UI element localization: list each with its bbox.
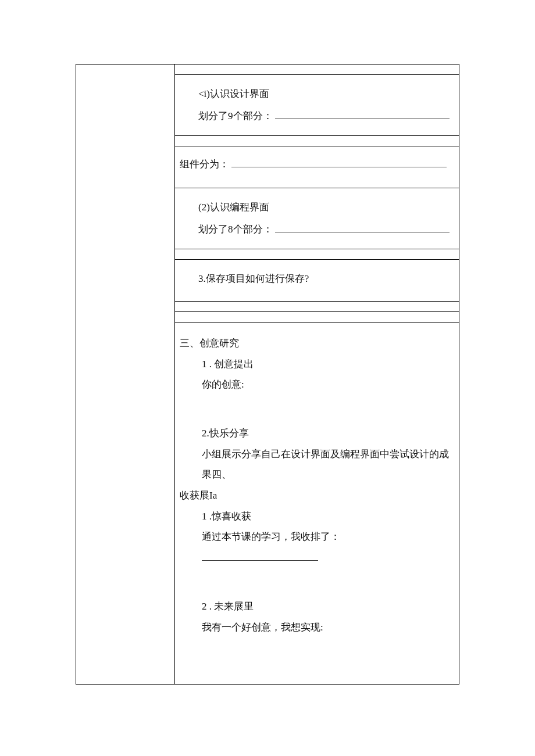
- gap-3c: [180, 665, 452, 679]
- text-coding-interface-title: (2)认识编程界面: [198, 198, 450, 217]
- row-components: 组件分为：: [175, 146, 459, 188]
- worksheet-table: <i)认识设计界面 划分了9个部分： 组件分为： (2)认识编程界面 划分了8个…: [76, 64, 459, 685]
- row-blank-2: [175, 136, 459, 146]
- body-future-idea: 我有一个好创意，我想实现:: [180, 617, 452, 638]
- blank-line-2[interactable]: [231, 156, 447, 167]
- heading-section-3: 三、创意研究: [180, 333, 452, 354]
- body-group-share: 小组展示分享自己在设计界面及编程界面中尝试设计的成果四、: [180, 444, 452, 485]
- title-4-future: 2 . 未来展里: [180, 596, 452, 617]
- blank-line-1[interactable]: [275, 108, 450, 119]
- text-components: 组件分为：: [180, 152, 450, 182]
- title-1-idea: 1 . 创意提出: [180, 354, 452, 375]
- blank-line-4[interactable]: [202, 549, 318, 561]
- row-blank-1: [175, 65, 459, 75]
- row-blank-3: [175, 249, 459, 259]
- section-3-content: 三、创意研究 1 . 创意提出 你的创意: 2.快乐分享 小组展示分享自己在设计…: [175, 323, 459, 684]
- gap-1: [180, 395, 452, 409]
- text-design-parts: 划分了9个部分：: [198, 106, 450, 126]
- label-learned: 通过本节课的学习，我收排了：: [202, 531, 340, 542]
- body-your-idea: 你的创意:: [180, 374, 452, 395]
- row-coding-interface: (2)认识编程界面 划分了8个部分：: [175, 188, 459, 249]
- gap-1b: [180, 409, 452, 423]
- gap-2: [180, 568, 452, 582]
- label-components: 组件分为：: [180, 159, 229, 170]
- title-2-share: 2.快乐分享: [180, 423, 452, 444]
- row-save-project: 3.保存项目如何进行保存?: [175, 259, 459, 301]
- gap-3: [180, 637, 452, 651]
- gap-2b: [180, 582, 452, 596]
- label-8-parts: 划分了8个部分：: [198, 224, 273, 235]
- label-9-parts: 划分了9个部分：: [198, 110, 273, 121]
- left-column-empty: [76, 65, 175, 685]
- row-section-3: 三、创意研究 1 . 创意提出 你的创意: 2.快乐分享 小组展示分享自己在设计…: [175, 322, 459, 684]
- text-design-interface-title: <i)认识设计界面: [198, 84, 450, 104]
- row-blank-4: [175, 301, 459, 311]
- text-coding-parts: 划分了8个部分：: [198, 220, 450, 239]
- blank-line-3[interactable]: [275, 221, 450, 232]
- gap-3b: [180, 651, 452, 665]
- body-harvest-ia: 收获展Ia: [180, 485, 452, 506]
- row-design-interface: <i)认识设计界面 划分了9个部分：: [175, 75, 459, 136]
- title-3-surprise: 1 .惊喜收获: [180, 506, 452, 527]
- body-learned: 通过本节课的学习，我收排了：: [180, 526, 452, 568]
- text-save-project: 3.保存项目如何进行保存?: [198, 269, 450, 289]
- row-blank-5: [175, 311, 459, 322]
